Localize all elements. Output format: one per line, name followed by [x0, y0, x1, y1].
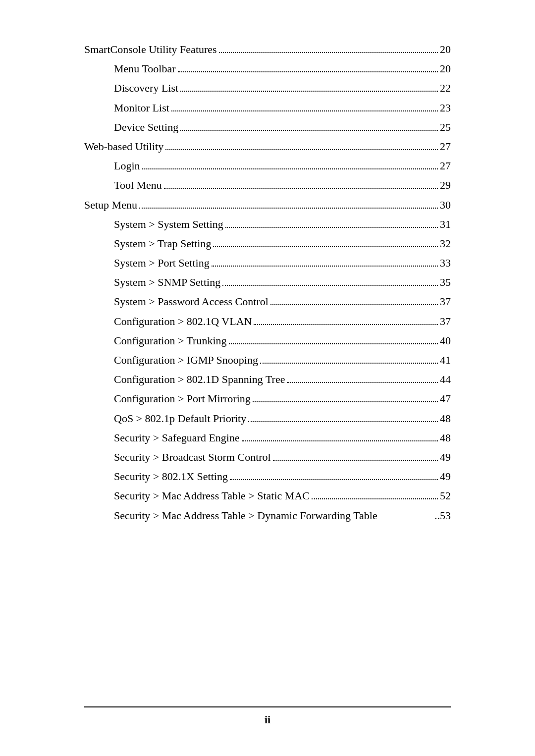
toc-entry: Configuration > Trunking40	[84, 332, 451, 349]
toc-entry-page: 22	[440, 79, 451, 97]
toc-entry-page: 27	[440, 157, 451, 174]
toc-dots	[171, 110, 438, 111]
toc-dots	[178, 71, 438, 72]
toc-entry: System > Password Access Control37	[84, 293, 451, 310]
toc-dots	[222, 285, 438, 286]
toc-dots	[287, 382, 438, 383]
page: SmartConsole Utility Features20Menu Tool…	[54, 0, 481, 756]
toc-entry-page: 31	[440, 216, 451, 233]
toc-entry-label: Setup Menu	[84, 196, 137, 214]
toc-entry: Menu Toolbar20	[84, 60, 451, 77]
toc-dots	[254, 324, 438, 325]
toc-entry-page: 49	[440, 468, 451, 485]
toc-entry-page: 48	[440, 410, 451, 427]
toc-dots	[212, 266, 438, 267]
toc-entry-page: 23	[440, 99, 451, 116]
toc-entry: QoS > 802.1p Default Priority48	[84, 410, 451, 427]
toc-entry-page: 40	[440, 332, 451, 349]
toc-entry-page: 47	[440, 390, 451, 407]
toc-entry: Configuration > 802.1Q VLAN37	[84, 313, 451, 330]
toc-entry-label: Web-based Utility	[84, 138, 163, 155]
toc-entry: System > Trap Setting32	[84, 235, 451, 252]
toc-entry-page: 49	[440, 448, 451, 466]
footer-page-number: ii	[265, 713, 270, 726]
toc-entry-page: 32	[440, 235, 451, 252]
toc-dots	[273, 460, 438, 461]
toc-entry-page: 52	[440, 487, 451, 504]
toc-dots	[270, 304, 438, 305]
toc-entry-page: 29	[440, 176, 451, 194]
toc-entry-label: Security > Broadcast Storm Control	[114, 448, 271, 466]
toc-entry-label: QoS > 802.1p Default Priority	[114, 410, 246, 427]
toc-entry-page: 44	[440, 371, 451, 388]
toc-dots	[180, 91, 438, 92]
toc-entry-label: SmartConsole Utility Features	[84, 41, 217, 58]
toc-dots	[213, 246, 438, 247]
toc-dots	[260, 363, 438, 364]
toc-entry-label: System > Port Setting	[114, 254, 210, 271]
toc-dots	[242, 440, 438, 441]
toc-entry-label: Monitor List	[114, 99, 169, 116]
toc-entry: Security > 802.1X Setting49	[84, 468, 451, 485]
toc-entry-label: System > System Setting	[114, 216, 223, 233]
toc-entry-page: 41	[440, 351, 451, 369]
toc-dots	[253, 401, 438, 402]
toc-entry-label: Device Setting	[114, 118, 178, 136]
toc-entry: System > System Setting31	[84, 216, 451, 233]
toc-entry-page: 48	[440, 429, 451, 446]
toc-entry-page: 20	[440, 41, 451, 58]
toc-entry-label: System > SNMP Setting	[114, 273, 220, 291]
toc-entry-label: Configuration > IGMP Snooping	[114, 351, 258, 369]
toc-dots	[142, 168, 438, 169]
toc-entry-label: Menu Toolbar	[114, 60, 176, 77]
toc-entry: Web-based Utility27	[84, 138, 451, 155]
toc-dots	[139, 208, 438, 209]
toc-entry: Configuration > IGMP Snooping41	[84, 351, 451, 369]
toc-entry: Configuration > Port Mirroring47	[84, 390, 451, 407]
toc-entry: Monitor List23	[84, 99, 451, 116]
toc-entry: Setup Menu30	[84, 196, 451, 214]
toc-dots	[219, 52, 438, 53]
toc-entry-label: Login	[114, 157, 140, 174]
toc-entry: Security > Mac Address Table > Dynamic F…	[84, 507, 451, 524]
toc-entry: SmartConsole Utility Features20	[84, 41, 451, 58]
toc-entry-page: 37	[440, 313, 451, 330]
toc-dots	[165, 149, 438, 150]
toc-dots	[230, 479, 438, 480]
toc-container: SmartConsole Utility Features20Menu Tool…	[84, 40, 451, 687]
toc-entry-label: Security > Mac Address Table > Static MA…	[114, 487, 310, 504]
toc-entry-page: 37	[440, 293, 451, 310]
toc-entry: Security > Safeguard Engine48	[84, 429, 451, 446]
toc-entry: Device Setting25	[84, 118, 451, 136]
toc-entry-label: Security > 802.1X Setting	[114, 468, 228, 485]
toc-entry-page: ..53	[434, 507, 451, 524]
toc-entry-label: System > Password Access Control	[114, 293, 268, 310]
toc-entry-page: 27	[440, 138, 451, 155]
toc-entry: System > Port Setting33	[84, 254, 451, 271]
toc-dots	[180, 130, 438, 131]
toc-dots	[248, 421, 438, 422]
toc-entry-page: 30	[440, 196, 451, 214]
toc-entry-label: Security > Safeguard Engine	[114, 429, 240, 446]
toc-entry: System > SNMP Setting35	[84, 273, 451, 291]
toc-dots	[229, 343, 438, 344]
toc-entry-page: 33	[440, 254, 451, 271]
toc-entry-label: Security > Mac Address Table > Dynamic F…	[114, 507, 377, 524]
toc-entry-label: Configuration > 802.1D Spanning Tree	[114, 371, 285, 388]
toc-entry: Configuration > 802.1D Spanning Tree44	[84, 371, 451, 388]
toc-dots	[164, 188, 438, 189]
toc-entry: Login27	[84, 157, 451, 174]
toc-entry-label: Tool Menu	[114, 176, 162, 194]
toc-entry-label: Configuration > Trunking	[114, 332, 227, 349]
toc-entry-label: Configuration > 802.1Q VLAN	[114, 313, 252, 330]
toc-entry-label: System > Trap Setting	[114, 235, 211, 252]
toc-entry: Tool Menu29	[84, 176, 451, 194]
toc-entry-page: 35	[440, 273, 451, 291]
toc-entry-label: Discovery List	[114, 79, 178, 97]
toc-dots	[312, 498, 438, 499]
footer: ii	[84, 706, 451, 726]
toc-entry-page: 25	[440, 118, 451, 136]
toc-entry: Security > Broadcast Storm Control49	[84, 448, 451, 466]
toc-entry: Security > Mac Address Table > Static MA…	[84, 487, 451, 504]
toc-entry: Discovery List22	[84, 79, 451, 97]
